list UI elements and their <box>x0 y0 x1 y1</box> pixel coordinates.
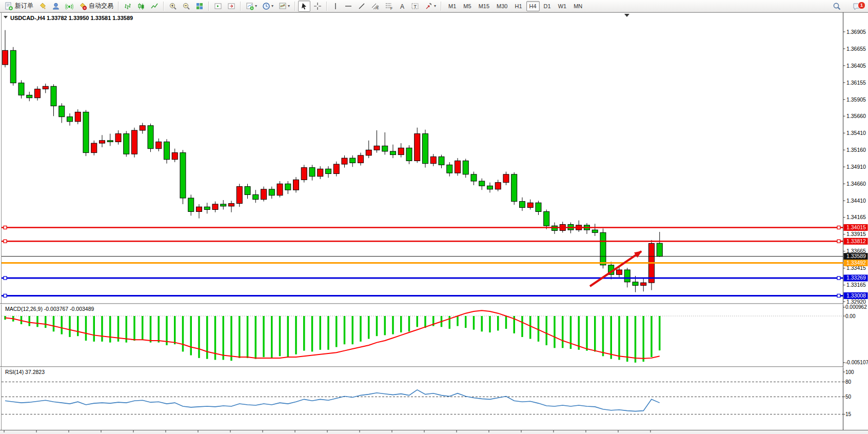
candle-body-down <box>520 202 525 208</box>
vertical-line-tool[interactable] <box>330 1 341 12</box>
price-tick-label: 1.35410 <box>846 130 866 136</box>
tile-windows-button[interactable] <box>193 1 206 12</box>
search-button[interactable] <box>831 1 843 12</box>
candle-body-up <box>229 204 234 206</box>
candle-body-down <box>253 194 259 199</box>
line-handle[interactable] <box>4 226 7 229</box>
text-tool[interactable]: A <box>397 1 408 12</box>
account-icon <box>52 2 60 10</box>
candle-body-down <box>552 226 558 230</box>
candle-body-down <box>309 168 315 176</box>
candle-body-down <box>592 230 598 232</box>
candle-body-down <box>463 161 468 174</box>
candle-body-up <box>415 134 420 161</box>
candle-body-up <box>115 134 121 142</box>
line-handle[interactable] <box>837 294 840 297</box>
notifications-button[interactable]: 1 <box>850 1 863 12</box>
candle-body-down <box>390 151 396 155</box>
equidistant-channel-icon: E <box>371 2 380 10</box>
timeframe-mn[interactable]: MN <box>570 1 585 11</box>
cursor-button[interactable] <box>298 1 310 12</box>
timeframe-w1[interactable]: W1 <box>555 1 570 11</box>
candle-body-down <box>124 134 129 154</box>
candle-body-down <box>269 189 274 195</box>
timeframe-m30[interactable]: M30 <box>494 1 510 11</box>
candle-body-up <box>301 168 307 180</box>
autotrade-label: 自动交易 <box>89 2 113 10</box>
candle-body-down <box>326 169 331 173</box>
period-button[interactable]: ▾ <box>260 1 275 12</box>
auto-scroll-icon <box>214 2 222 10</box>
candlestick-mode-button[interactable] <box>135 1 147 12</box>
macd-axis-label: 0.00 <box>845 313 856 319</box>
bar-chart-mode-button[interactable] <box>122 1 134 12</box>
search-icon <box>833 2 841 11</box>
arrows-tool[interactable]: ▾ <box>423 1 438 12</box>
timeframe-m1[interactable]: M1 <box>445 1 459 11</box>
price-tick-label: 1.34410 <box>846 198 866 204</box>
trading-terminal: 新订单 <box>0 0 868 434</box>
chart-shift-button[interactable] <box>225 1 238 12</box>
styler-button[interactable] <box>36 1 49 12</box>
trendline-tool[interactable] <box>356 1 368 12</box>
timeframe-h1[interactable]: H1 <box>511 1 525 11</box>
candle-body-down <box>148 126 153 149</box>
tile-windows-icon <box>195 2 204 10</box>
candle-body-up <box>132 130 137 154</box>
auto-scroll-button[interactable] <box>212 1 224 12</box>
line-handle[interactable] <box>837 240 840 243</box>
candle <box>124 131 129 156</box>
text-icon: A <box>399 2 406 10</box>
price-tick-label: 1.34660 <box>846 181 866 187</box>
autotrade-button[interactable]: 自动交易 <box>76 1 115 12</box>
line-handle[interactable] <box>4 277 7 280</box>
svg-text:F: F <box>390 7 392 10</box>
channel-tool[interactable]: E <box>369 1 382 12</box>
line-chart-icon <box>150 2 159 10</box>
candle-body-down <box>107 141 113 142</box>
candle <box>83 110 89 156</box>
template-button[interactable]: ▾ <box>277 1 292 12</box>
candle-body-down <box>657 243 662 256</box>
new-chart-button[interactable]: ▾ <box>244 1 259 12</box>
candle-body-up <box>342 158 347 164</box>
line-chart-mode-button[interactable] <box>148 1 161 12</box>
candle-body-down <box>439 157 444 165</box>
signal-button[interactable] <box>63 1 75 12</box>
line-handle[interactable] <box>4 294 7 297</box>
text-label-tool[interactable]: T <box>409 1 422 12</box>
candle-body-down <box>67 117 73 122</box>
candle-body-up <box>43 86 48 89</box>
timeframe-h4[interactable]: H4 <box>526 1 540 11</box>
main-toolbar: 新订单 <box>0 0 868 12</box>
line-handle[interactable] <box>4 240 7 243</box>
candle <box>148 124 153 152</box>
paint-bucket-icon <box>38 2 47 10</box>
price-tick-label: 1.33915 <box>846 231 866 237</box>
chevron-down-icon: ▾ <box>434 4 436 8</box>
candle-body-up <box>318 169 323 176</box>
candle-body-down <box>83 112 89 152</box>
candle-body-up <box>236 187 242 204</box>
timeframe-m5[interactable]: M5 <box>460 1 474 11</box>
account-button[interactable] <box>50 1 62 12</box>
horizontal-line-tool[interactable] <box>342 1 354 12</box>
horizontal-line-icon <box>344 2 352 10</box>
timeframe-m15[interactable]: M15 <box>476 1 492 11</box>
line-handle[interactable] <box>837 226 840 229</box>
zoom-in-button[interactable] <box>167 1 179 12</box>
timeframe-d1[interactable]: D1 <box>541 1 554 11</box>
candle-body-down <box>10 50 16 83</box>
line-handle[interactable] <box>837 277 840 280</box>
crosshair-button[interactable] <box>311 1 324 12</box>
candle <box>10 47 16 86</box>
autotrade-icon <box>78 2 87 10</box>
template-icon <box>279 2 287 10</box>
fibonacci-tool[interactable]: F <box>383 1 396 12</box>
zoom-out-button[interactable] <box>180 1 192 12</box>
candle-body-up <box>293 180 299 190</box>
chart-canvas[interactable]: 1.369051.366551.364051.361551.359051.356… <box>0 12 868 434</box>
new-order-button[interactable]: 新订单 <box>3 1 35 12</box>
chevron-down-icon: ▾ <box>288 4 290 8</box>
price-tick-label: 1.32920 <box>846 299 866 305</box>
